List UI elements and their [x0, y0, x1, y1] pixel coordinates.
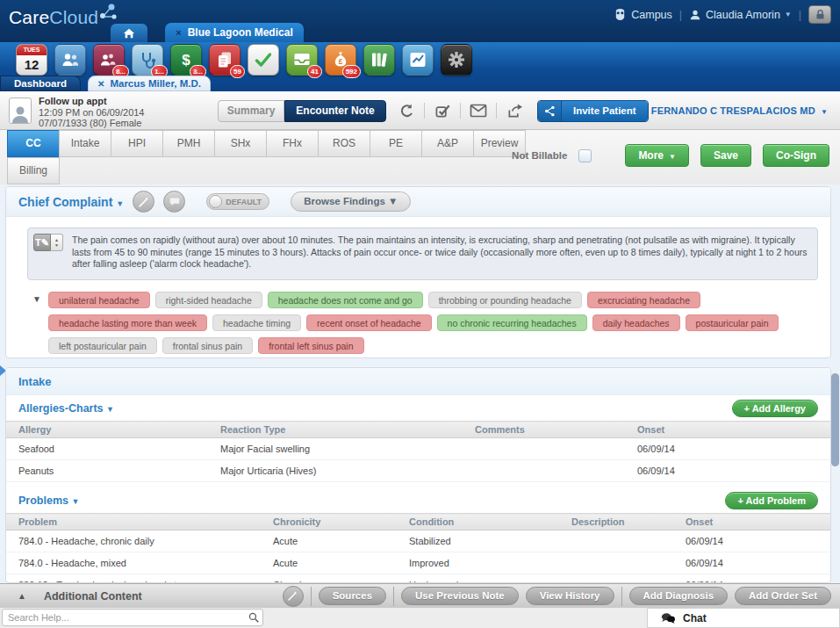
finding-pill[interactable]: postauricular pain: [686, 314, 779, 331]
campus-link[interactable]: Campus: [614, 8, 672, 21]
finding-pill[interactable]: right-sided headache: [155, 292, 262, 308]
note-tab-fhx[interactable]: FHx: [266, 130, 319, 157]
note-tab-shx[interactable]: SHx: [214, 130, 267, 157]
additional-content-bar: ▲ Additional Content SourcesUse Previous…: [0, 583, 840, 608]
sign-off-button[interactable]: [433, 101, 452, 120]
add-allergy-button[interactable]: + Add Allergy: [732, 400, 818, 417]
intake-title[interactable]: Intake: [18, 375, 52, 388]
divider: [621, 587, 622, 606]
allergy-row[interactable]: SeafoodMajor Facial swelling06/09/14: [6, 438, 830, 460]
text-style-control[interactable]: T✎ ▲▼: [33, 234, 63, 251]
billing-app-icon[interactable]: $3...: [170, 44, 202, 76]
allergies-table: AllergyReaction TypeCommentsOnset Seafoo…: [6, 421, 830, 482]
note-tab-ap[interactable]: A&P: [421, 130, 474, 157]
patient-avatar[interactable]: [9, 97, 32, 124]
note-tab-cc[interactable]: CC: [7, 130, 60, 157]
add-problem-button[interactable]: + Add Problem: [725, 492, 818, 509]
close-icon[interactable]: ✕: [97, 79, 104, 89]
finding-pill[interactable]: throbbing or pounding headache: [428, 292, 582, 308]
finding-pill[interactable]: no chronic recurring headaches: [437, 314, 587, 331]
encounter-note-button[interactable]: Encounter Note: [284, 100, 386, 122]
patients-app-icon[interactable]: [54, 44, 86, 76]
save-button[interactable]: Save: [700, 144, 751, 167]
findings-collapse-caret[interactable]: ▼: [32, 294, 41, 304]
finding-pill[interactable]: frontal left sinus pain: [258, 337, 363, 354]
stepper-icon[interactable]: ▲▼: [51, 234, 63, 251]
browse-findings-label: Browse Findings: [304, 196, 385, 206]
note-tab-ros[interactable]: ROS: [318, 130, 370, 157]
auto-generate-button[interactable]: [133, 191, 154, 213]
calendar-app-icon[interactable]: TUES12: [16, 44, 47, 76]
finding-pill[interactable]: headache timing: [212, 314, 301, 331]
chevron-down-icon: ▼: [821, 108, 828, 116]
carecloud-logo: CareCloud: [9, 7, 98, 28]
scrollbar-thumb[interactable]: [831, 373, 839, 466]
problems-title[interactable]: Problems ▼: [18, 494, 79, 507]
add-diagnosis-button[interactable]: Add Diagnosis: [629, 587, 729, 605]
undo-button[interactable]: [397, 101, 416, 120]
wand-button[interactable]: [283, 586, 304, 607]
lock-icon: [815, 9, 826, 20]
search-help-input[interactable]: [3, 612, 245, 623]
settings-app-icon[interactable]: [441, 44, 472, 76]
finding-pill[interactable]: left postauricular pain: [48, 337, 157, 354]
invite-patient-button[interactable]: Invite Patient: [537, 100, 649, 122]
finding-pill[interactable]: headache lasting more than week: [48, 314, 207, 331]
chat-panel[interactable]: Chat: [647, 608, 840, 628]
browse-findings-button[interactable]: Browse Findings ▼: [291, 191, 411, 212]
summary-button[interactable]: Summary: [218, 100, 284, 122]
default-toggle[interactable]: DEFAULT: [206, 193, 269, 210]
message-button[interactable]: [469, 101, 488, 120]
note-tab-billing[interactable]: Billing: [7, 157, 60, 184]
patient-header: Follow up appt 12:09 PM on 06/09/2014 07…: [0, 91, 840, 130]
provider-selector[interactable]: FERNANDO C TRESPALACIOS MD▼: [651, 105, 828, 116]
finding-pill[interactable]: recent onset of headache: [306, 314, 432, 331]
note-tab-hpi[interactable]: HPI: [111, 130, 163, 157]
use-previous-note-button[interactable]: Use Previous Note: [401, 587, 519, 605]
provider-workspace-tab[interactable]: ✕ Marcus Miller, M.D.: [88, 76, 211, 91]
add-order-set-button[interactable]: Add Order Set: [735, 587, 831, 605]
library-app-icon[interactable]: [363, 44, 395, 76]
more-button[interactable]: More▼: [625, 144, 689, 167]
chief-complaint-textarea[interactable]: T✎ ▲▼ The pain comes on rapidly (without…: [27, 227, 818, 280]
problem-row[interactable]: 339.12 - Tension headache, chronic typeC…: [6, 574, 830, 584]
comment-button[interactable]: [163, 191, 185, 213]
inbox-app-icon[interactable]: 41: [286, 44, 318, 76]
finding-pill[interactable]: excruciating headache: [587, 292, 700, 308]
not-billable-checkbox[interactable]: [578, 149, 592, 162]
documents-app-icon[interactable]: 59: [209, 44, 241, 76]
chief-complaint-title[interactable]: Chief Complaint ▼: [18, 195, 124, 209]
text-edit-icon: T✎: [33, 234, 51, 251]
lock-button[interactable]: [808, 5, 831, 24]
finding-pill[interactable]: frontal sinus pain: [162, 337, 253, 354]
close-icon[interactable]: ×: [176, 27, 181, 38]
allergies-title[interactable]: Allergies-Charts ▼: [18, 402, 114, 415]
practice-tab[interactable]: × Blue Lagoon Medical: [165, 23, 304, 42]
cell-reaction: Major Facial swelling: [208, 438, 463, 460]
share-button[interactable]: [505, 101, 524, 120]
problem-row[interactable]: 784.0 - Headache, chronic dailyAcuteStab…: [6, 531, 830, 552]
chevron-down-icon: ▼: [785, 11, 792, 18]
collections-app-icon[interactable]: £592: [325, 44, 356, 76]
home-tab[interactable]: [111, 24, 147, 42]
user-menu[interactable]: Claudia Amorin ▼: [689, 9, 792, 21]
search-button[interactable]: [245, 611, 262, 624]
cosign-button[interactable]: Co-Sign: [763, 144, 829, 167]
clinical-app-icon[interactable]: 1...: [132, 44, 163, 76]
note-tab-pmh[interactable]: PMH: [162, 130, 215, 157]
dashboard-tab[interactable]: Dashboard: [0, 76, 81, 91]
allergy-row[interactable]: PeanutsMajor Urticaria (Hives)06/09/14: [6, 460, 830, 482]
sources-button[interactable]: Sources: [319, 587, 386, 605]
chief-complaint-section: Chief Complaint ▼ DEFAULT Browse Finding…: [5, 186, 831, 358]
view-history-button[interactable]: View History: [526, 587, 614, 605]
note-tab-intake[interactable]: Intake: [59, 130, 111, 157]
expand-up-caret[interactable]: ▲: [18, 591, 26, 601]
tasks-app-icon[interactable]: [248, 44, 279, 76]
finding-pill[interactable]: unilateral headache: [48, 292, 150, 308]
note-tab-pe[interactable]: PE: [370, 130, 422, 157]
finding-pill[interactable]: daily headaches: [592, 314, 680, 331]
finding-pill[interactable]: headache does not come and go: [268, 292, 423, 308]
problem-row[interactable]: 784.0 - Headache, mixedAcuteImproved06/0…: [6, 552, 830, 574]
contacts-app-icon[interactable]: 8...: [93, 44, 125, 76]
reports-app-icon[interactable]: [402, 44, 434, 76]
